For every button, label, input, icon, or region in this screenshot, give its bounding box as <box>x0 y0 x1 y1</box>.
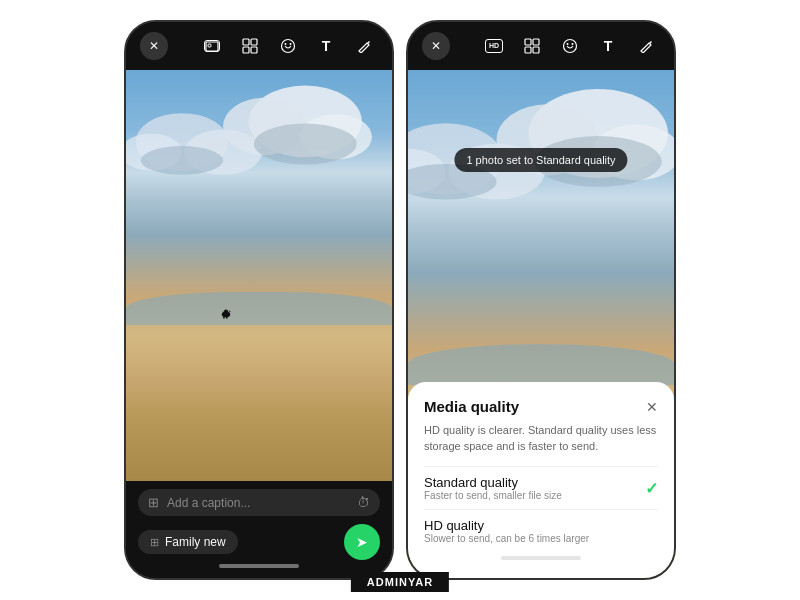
caption-placeholder: Add a caption... <box>167 496 349 510</box>
text-icon-right[interactable]: T <box>594 32 622 60</box>
standard-quality-info: Standard quality Faster to send, smaller… <box>424 475 562 501</box>
svg-rect-2 <box>243 39 249 45</box>
text-icon[interactable]: T <box>312 32 340 60</box>
close-button[interactable]: ✕ <box>140 32 168 60</box>
svg-rect-19 <box>223 316 224 318</box>
hd-quality-info: HD quality Slower to send, can be 6 time… <box>424 518 589 544</box>
home-indicator-right <box>501 556 581 560</box>
svg-point-27 <box>572 43 574 45</box>
standard-quality-option[interactable]: Standard quality Faster to send, smaller… <box>424 466 658 509</box>
quality-dialog: Media quality ✕ HD quality is clearer. S… <box>408 382 674 578</box>
send-button[interactable]: ➤ <box>344 524 380 560</box>
dog-silhouette <box>219 305 233 317</box>
hd-quality-name: HD quality <box>424 518 589 533</box>
left-phone: ✕ <box>124 20 394 580</box>
svg-point-7 <box>285 43 287 45</box>
photo-area <box>126 70 392 481</box>
home-indicator <box>219 564 299 568</box>
right-phone: ✕ HD <box>406 20 676 580</box>
svg-point-8 <box>290 43 292 45</box>
toolbar-icons-group: T <box>198 32 378 60</box>
svg-point-16 <box>141 146 223 175</box>
beach-photo <box>126 70 392 481</box>
hd-quality-desc: Slower to send, can be 6 times larger <box>424 533 589 544</box>
right-toolbar: ✕ HD <box>408 22 674 70</box>
svg-point-6 <box>282 40 295 53</box>
timer-icon: ⏱ <box>357 495 370 510</box>
wave-area <box>126 292 392 325</box>
gallery-icon[interactable] <box>198 32 226 60</box>
hd-quality-option[interactable]: HD quality Slower to send, can be 6 time… <box>424 509 658 552</box>
chip-icon: ⊞ <box>150 536 159 549</box>
sticker-icon-right[interactable] <box>556 32 584 60</box>
bottom-bar: ⊞ Add a caption... ⏱ ⊞ Family new ➤ <box>126 481 392 578</box>
svg-point-18 <box>224 309 228 313</box>
svg-rect-22 <box>533 39 539 45</box>
right-toolbar-icons: HD <box>480 32 660 60</box>
svg-rect-4 <box>243 47 249 53</box>
dialog-close-button[interactable]: ✕ <box>646 399 658 415</box>
caption-icon: ⊞ <box>148 495 159 510</box>
watermark: ADMINYAR <box>351 572 449 592</box>
svg-rect-24 <box>533 47 539 53</box>
dialog-header: Media quality ✕ <box>424 398 658 415</box>
standard-quality-name: Standard quality <box>424 475 562 490</box>
sticker-icon[interactable] <box>274 32 302 60</box>
svg-rect-5 <box>251 47 257 53</box>
dialog-description: HD quality is clearer. Standard quality … <box>424 423 658 454</box>
svg-rect-20 <box>226 316 227 318</box>
grid-icon[interactable] <box>236 32 264 60</box>
wave-area-right <box>408 344 674 385</box>
caption-input-row[interactable]: ⊞ Add a caption... ⏱ <box>138 489 380 516</box>
send-row: ⊞ Family new ➤ <box>138 524 380 560</box>
svg-rect-21 <box>525 39 531 45</box>
standard-quality-check: ✓ <box>645 479 658 498</box>
svg-rect-23 <box>525 47 531 53</box>
standard-quality-desc: Faster to send, smaller file size <box>424 490 562 501</box>
quality-toast: 1 photo set to Standard quality <box>454 148 627 172</box>
svg-rect-3 <box>251 39 257 45</box>
draw-icon[interactable] <box>350 32 378 60</box>
grid-icon-right[interactable] <box>518 32 546 60</box>
svg-rect-1 <box>208 44 211 47</box>
recipient-label: Family new <box>165 535 226 549</box>
svg-point-25 <box>564 40 577 53</box>
svg-point-15 <box>254 123 357 164</box>
recipient-chip[interactable]: ⊞ Family new <box>138 530 238 554</box>
dialog-title: Media quality <box>424 398 519 415</box>
draw-icon-right[interactable] <box>632 32 660 60</box>
hd-badge-icon[interactable]: HD <box>480 32 508 60</box>
svg-point-26 <box>567 43 569 45</box>
main-container: ✕ <box>0 0 800 600</box>
close-button-right[interactable]: ✕ <box>422 32 450 60</box>
left-toolbar: ✕ <box>126 22 392 70</box>
